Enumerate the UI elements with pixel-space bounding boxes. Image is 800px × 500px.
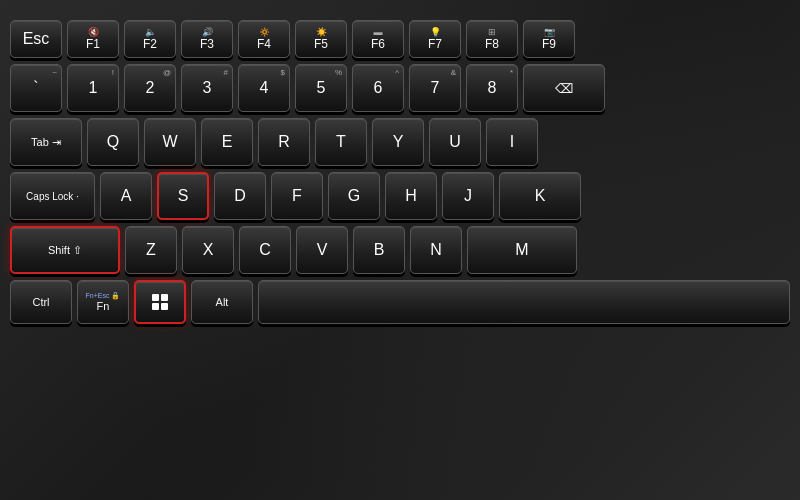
key-f3[interactable]: 🔊 F3 <box>181 20 233 58</box>
keyboard: Esc 🔇 F1 🔈 F2 🔊 F3 🔅 F4 ☀️ F5 ▬ F6 💡 F7 <box>0 0 800 500</box>
key-w[interactable]: W <box>144 118 196 166</box>
key-k[interactable]: K <box>499 172 581 220</box>
key-f7-label: F7 <box>428 37 442 51</box>
key-h[interactable]: H <box>385 172 437 220</box>
key-q[interactable]: Q <box>87 118 139 166</box>
key-g[interactable]: G <box>328 172 380 220</box>
key-f9-label: F9 <box>542 37 556 51</box>
key-5[interactable]: % 5 <box>295 64 347 112</box>
key-backspace[interactable]: ⌫ <box>523 64 605 112</box>
key-f1-label: F1 <box>86 37 100 51</box>
key-tab[interactable]: Tab ⇥ <box>10 118 82 166</box>
key-caps-lock[interactable]: Caps Lock · <box>10 172 95 220</box>
key-1[interactable]: ! 1 <box>67 64 119 112</box>
key-backtick[interactable]: ~ ` <box>10 64 62 112</box>
key-z[interactable]: Z <box>125 226 177 274</box>
key-alt[interactable]: Alt <box>191 280 253 324</box>
key-f8-label: F8 <box>485 37 499 51</box>
key-n[interactable]: N <box>410 226 462 274</box>
key-s[interactable]: S <box>157 172 209 220</box>
key-f2[interactable]: 🔈 F2 <box>124 20 176 58</box>
qwerty-key-row: Tab ⇥ Q W E R T Y U I <box>10 118 790 166</box>
number-key-row: ~ ` ! 1 @ 2 # 3 $ 4 % 5 ^ 6 & 7 <box>10 64 790 112</box>
key-f5[interactable]: ☀️ F5 <box>295 20 347 58</box>
key-e[interactable]: E <box>201 118 253 166</box>
key-3[interactable]: # 3 <box>181 64 233 112</box>
key-esc-label: Esc <box>23 30 50 48</box>
windows-icon <box>152 294 168 310</box>
key-f8[interactable]: ⊞ F8 <box>466 20 518 58</box>
key-u[interactable]: U <box>429 118 481 166</box>
key-x[interactable]: X <box>182 226 234 274</box>
bottom-key-row: Ctrl Fn+Esc 🔒 Fn Alt <box>10 280 790 324</box>
asdf-key-row: Caps Lock · A S D F G H J K <box>10 172 790 220</box>
key-esc[interactable]: Esc <box>10 20 62 58</box>
key-y[interactable]: Y <box>372 118 424 166</box>
key-4[interactable]: $ 4 <box>238 64 290 112</box>
key-d[interactable]: D <box>214 172 266 220</box>
key-a[interactable]: A <box>100 172 152 220</box>
key-6[interactable]: ^ 6 <box>352 64 404 112</box>
key-fn[interactable]: Fn+Esc 🔒 Fn <box>77 280 129 324</box>
key-r[interactable]: R <box>258 118 310 166</box>
function-key-row: Esc 🔇 F1 🔈 F2 🔊 F3 🔅 F4 ☀️ F5 ▬ F6 💡 F7 <box>10 20 790 58</box>
key-f4[interactable]: 🔅 F4 <box>238 20 290 58</box>
key-f4-label: F4 <box>257 37 271 51</box>
key-f6[interactable]: ▬ F6 <box>352 20 404 58</box>
key-ctrl[interactable]: Ctrl <box>10 280 72 324</box>
key-b[interactable]: B <box>353 226 405 274</box>
key-shift-left[interactable]: Shift ⇧ <box>10 226 120 274</box>
key-2[interactable]: @ 2 <box>124 64 176 112</box>
key-8[interactable]: * 8 <box>466 64 518 112</box>
key-j[interactable]: J <box>442 172 494 220</box>
key-f1[interactable]: 🔇 F1 <box>67 20 119 58</box>
key-f3-label: F3 <box>200 37 214 51</box>
key-m[interactable]: M <box>467 226 577 274</box>
key-c[interactable]: C <box>239 226 291 274</box>
key-f5-label: F5 <box>314 37 328 51</box>
key-windows[interactable] <box>134 280 186 324</box>
key-f6-label: F6 <box>371 37 385 51</box>
key-f9[interactable]: 📷 F9 <box>523 20 575 58</box>
key-t[interactable]: T <box>315 118 367 166</box>
key-f7[interactable]: 💡 F7 <box>409 20 461 58</box>
key-f[interactable]: F <box>271 172 323 220</box>
key-v[interactable]: V <box>296 226 348 274</box>
key-space[interactable] <box>258 280 790 324</box>
key-f2-label: F2 <box>143 37 157 51</box>
key-i[interactable]: I <box>486 118 538 166</box>
zxcv-key-row: Shift ⇧ Z X C V B N M <box>10 226 790 274</box>
key-7[interactable]: & 7 <box>409 64 461 112</box>
